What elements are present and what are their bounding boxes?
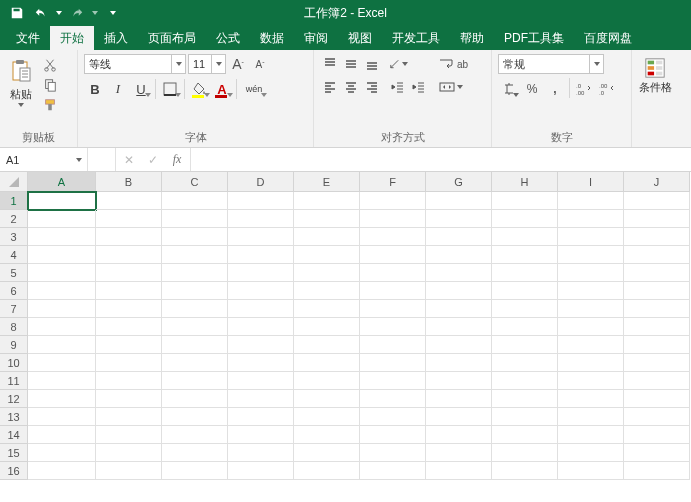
cell-E10[interactable] xyxy=(294,354,360,372)
cell-I5[interactable] xyxy=(558,264,624,282)
row-header-4[interactable]: 4 xyxy=(0,246,28,264)
cell-G11[interactable] xyxy=(426,372,492,390)
cell-D1[interactable] xyxy=(228,192,294,210)
insert-function-button[interactable]: fx xyxy=(166,150,188,170)
cell-D8[interactable] xyxy=(228,318,294,336)
name-box[interactable]: A1 xyxy=(0,148,88,171)
cell-B14[interactable] xyxy=(96,426,162,444)
cell-D2[interactable] xyxy=(228,210,294,228)
row-header-10[interactable]: 10 xyxy=(0,354,28,372)
cell-A13[interactable] xyxy=(28,408,96,426)
redo-button[interactable] xyxy=(66,2,88,24)
font-color-button[interactable]: A xyxy=(211,78,233,100)
phonetic-button[interactable]: wén xyxy=(240,78,268,100)
cell-D3[interactable] xyxy=(228,228,294,246)
cell-J9[interactable] xyxy=(624,336,690,354)
cell-G2[interactable] xyxy=(426,210,492,228)
cell-A4[interactable] xyxy=(28,246,96,264)
cell-F10[interactable] xyxy=(360,354,426,372)
cell-B16[interactable] xyxy=(96,462,162,480)
cell-G3[interactable] xyxy=(426,228,492,246)
cell-C4[interactable] xyxy=(162,246,228,264)
fill-color-button[interactable] xyxy=(188,78,210,100)
tab-view[interactable]: 视图 xyxy=(338,26,382,50)
cell-C16[interactable] xyxy=(162,462,228,480)
cell-D14[interactable] xyxy=(228,426,294,444)
cell-E11[interactable] xyxy=(294,372,360,390)
cell-F7[interactable] xyxy=(360,300,426,318)
format-painter-button[interactable] xyxy=(40,96,60,114)
cell-D12[interactable] xyxy=(228,390,294,408)
increase-indent-button[interactable] xyxy=(409,77,429,97)
row-header-15[interactable]: 15 xyxy=(0,444,28,462)
cell-C8[interactable] xyxy=(162,318,228,336)
tab-review[interactable]: 审阅 xyxy=(294,26,338,50)
cell-B9[interactable] xyxy=(96,336,162,354)
column-header-A[interactable]: A xyxy=(28,172,96,192)
select-all-corner[interactable] xyxy=(0,172,28,192)
cell-H9[interactable] xyxy=(492,336,558,354)
cell-I9[interactable] xyxy=(558,336,624,354)
cell-J12[interactable] xyxy=(624,390,690,408)
orientation-button[interactable] xyxy=(388,54,408,74)
increase-decimal-button[interactable]: .0.00 xyxy=(573,78,595,100)
cell-A12[interactable] xyxy=(28,390,96,408)
cell-D11[interactable] xyxy=(228,372,294,390)
column-header-J[interactable]: J xyxy=(624,172,690,192)
cell-F16[interactable] xyxy=(360,462,426,480)
cell-F8[interactable] xyxy=(360,318,426,336)
cell-D9[interactable] xyxy=(228,336,294,354)
cell-E12[interactable] xyxy=(294,390,360,408)
formula-input[interactable] xyxy=(191,148,691,171)
align-left-button[interactable] xyxy=(320,77,340,97)
cell-F3[interactable] xyxy=(360,228,426,246)
cell-A15[interactable] xyxy=(28,444,96,462)
cell-A16[interactable] xyxy=(28,462,96,480)
cell-C6[interactable] xyxy=(162,282,228,300)
cell-J13[interactable] xyxy=(624,408,690,426)
cell-B10[interactable] xyxy=(96,354,162,372)
cell-J3[interactable] xyxy=(624,228,690,246)
tab-file[interactable]: 文件 xyxy=(6,26,50,50)
cell-G5[interactable] xyxy=(426,264,492,282)
cell-J16[interactable] xyxy=(624,462,690,480)
cell-B3[interactable] xyxy=(96,228,162,246)
conditional-formatting-button[interactable]: 条件格 xyxy=(638,54,672,97)
cell-F12[interactable] xyxy=(360,390,426,408)
cell-E8[interactable] xyxy=(294,318,360,336)
cell-E13[interactable] xyxy=(294,408,360,426)
cell-G9[interactable] xyxy=(426,336,492,354)
cell-H1[interactable] xyxy=(492,192,558,210)
align-middle-button[interactable] xyxy=(341,54,361,74)
cell-B6[interactable] xyxy=(96,282,162,300)
cell-E14[interactable] xyxy=(294,426,360,444)
cell-J1[interactable] xyxy=(624,192,690,210)
row-header-5[interactable]: 5 xyxy=(0,264,28,282)
cell-H4[interactable] xyxy=(492,246,558,264)
cell-G6[interactable] xyxy=(426,282,492,300)
cell-E16[interactable] xyxy=(294,462,360,480)
cell-A5[interactable] xyxy=(28,264,96,282)
number-format-dropdown[interactable] xyxy=(589,55,603,73)
cell-J15[interactable] xyxy=(624,444,690,462)
cell-I6[interactable] xyxy=(558,282,624,300)
cell-H8[interactable] xyxy=(492,318,558,336)
cell-B7[interactable] xyxy=(96,300,162,318)
cell-C7[interactable] xyxy=(162,300,228,318)
cell-J4[interactable] xyxy=(624,246,690,264)
cell-A3[interactable] xyxy=(28,228,96,246)
cell-A11[interactable] xyxy=(28,372,96,390)
cell-E7[interactable] xyxy=(294,300,360,318)
cell-F2[interactable] xyxy=(360,210,426,228)
cell-B2[interactable] xyxy=(96,210,162,228)
row-header-9[interactable]: 9 xyxy=(0,336,28,354)
cell-B11[interactable] xyxy=(96,372,162,390)
row-header-16[interactable]: 16 xyxy=(0,462,28,480)
cell-I4[interactable] xyxy=(558,246,624,264)
cell-G4[interactable] xyxy=(426,246,492,264)
cell-A8[interactable] xyxy=(28,318,96,336)
wrap-text-button[interactable]: ab xyxy=(437,54,470,74)
tab-help[interactable]: 帮助 xyxy=(450,26,494,50)
cell-D4[interactable] xyxy=(228,246,294,264)
column-header-I[interactable]: I xyxy=(558,172,624,192)
